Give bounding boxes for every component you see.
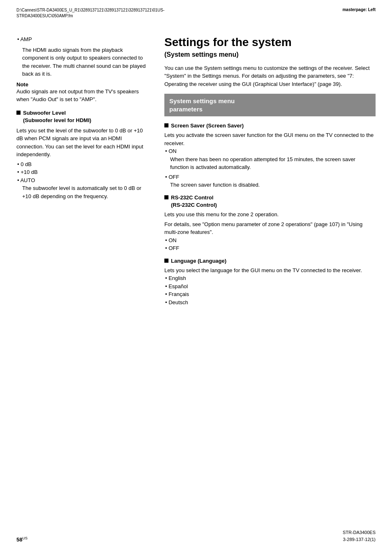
subwoofer-body: Lets you set the level of the subwoofer … [16, 127, 148, 159]
language-heading: Language (Language) [164, 257, 376, 265]
screen-saver-heading-text: Screen Saver (Screen Saver) [171, 122, 244, 130]
rs232c-body1: Lets you use this menu for the zone 2 op… [164, 210, 376, 219]
language-section: Language (Language) Lets you select the … [164, 257, 376, 307]
rs232c-off: • OFF [165, 244, 376, 252]
right-column: Settings for the system (System settings… [164, 35, 376, 311]
header-path: D:\Cannes\STR-DA3400ES_U_R1\3289137121\3… [16, 7, 164, 19]
language-english: • English [165, 274, 376, 282]
language-deutsch: • Deutsch [165, 298, 376, 307]
amp-text: The HDMI audio signals from the playback… [22, 46, 148, 78]
rs232c-square-icon [164, 195, 168, 199]
language-francais: • Français [165, 290, 376, 298]
language-body: Lets you select the language for the GUI… [164, 266, 376, 275]
screen-saver-square-icon [164, 123, 168, 127]
subwoofer-option-0db: • 0 dB [17, 160, 148, 169]
screen-saver-on: • ON [165, 147, 376, 155]
footer-product-info: STR-DA3400ES 3-289-137-12(1) [343, 529, 376, 543]
page-subtitle: (System settings menu) [164, 51, 376, 58]
subwoofer-option-10db: • +10 dB [17, 168, 148, 176]
amp-section: • AMP [16, 35, 148, 44]
header-masterpage: masterpage: Left [342, 7, 376, 12]
rs232c-heading-text: RS-232C Control(RS-232C Control) [171, 194, 217, 209]
rs232c-body2: For details, see "Option menu parameter … [164, 220, 376, 236]
subwoofer-heading: Subwoofer Level (Subwoofer level for HDM… [16, 109, 148, 124]
screen-saver-heading: Screen Saver (Screen Saver) [164, 122, 376, 130]
subwoofer-heading-text: Subwoofer Level (Subwoofer level for HDM… [23, 109, 91, 124]
gray-header-text: System settings menu parameters [169, 97, 371, 113]
page-header: D:\Cannes\STR-DA3400ES_U_R1\3289137121\3… [0, 0, 392, 23]
rs232c-section: RS-232C Control(RS-232C Control) Lets yo… [164, 194, 376, 252]
gray-header-box: System settings menu parameters [164, 94, 376, 116]
screen-saver-section: Screen Saver (Screen Saver) Lets you act… [164, 122, 376, 189]
screen-saver-body: Lets you activate the screen saver funct… [164, 131, 376, 147]
note-label: Note [16, 81, 148, 88]
left-column: • AMP The HDMI audio signals from the pl… [16, 35, 148, 311]
note-section: Note Audio signals are not output from t… [16, 81, 148, 104]
language-square-icon [164, 259, 168, 263]
screen-saver-off-detail: The screen saver function is disabled. [170, 181, 376, 189]
page-title: Settings for the system [164, 35, 376, 49]
rs232c-heading: RS-232C Control(RS-232C Control) [164, 194, 376, 209]
intro-text: You can use the System settings menu to … [164, 64, 376, 88]
screen-saver-off: • OFF [165, 173, 376, 181]
rs232c-on: • ON [165, 236, 376, 245]
language-espanol: • Español [165, 282, 376, 291]
subwoofer-option-auto: • AUTO [17, 176, 148, 185]
note-text: Audio signals are not output from the TV… [16, 88, 148, 104]
subwoofer-auto-text: The subwoofer level is automatically set… [22, 184, 148, 200]
screen-saver-on-detail: When there has been no operation attempt… [170, 155, 376, 171]
subwoofer-square-icon [16, 111, 21, 115]
content-area: • AMP The HDMI audio signals from the pl… [0, 23, 392, 336]
page: D:\Cannes\STR-DA3400ES_U_R1\3289137121\3… [0, 0, 392, 555]
amp-bullet: • AMP [17, 35, 148, 44]
language-heading-text: Language (Language) [171, 257, 226, 265]
page-footer: 58US STR-DA3400ES 3-289-137-12(1) [16, 529, 376, 543]
page-number: 58US [16, 536, 28, 543]
